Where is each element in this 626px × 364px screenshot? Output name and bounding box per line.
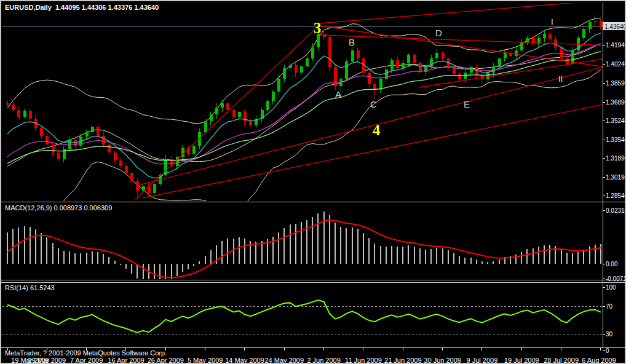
rsi-pane[interactable]: 10070300 bbox=[2, 284, 616, 354]
macd-histogram-bar bbox=[317, 213, 319, 264]
macd-histogram-bar bbox=[561, 250, 562, 264]
macd-histogram-bar bbox=[148, 264, 149, 285]
label-text: -0.00718 bbox=[606, 275, 626, 282]
macd-histogram-bar bbox=[244, 239, 245, 264]
label-text: 100 bbox=[606, 284, 616, 291]
macd-histogram-bar bbox=[476, 259, 477, 264]
candle-body bbox=[57, 152, 60, 159]
candle-body bbox=[232, 110, 236, 117]
trendline-object[interactable] bbox=[135, 26, 319, 199]
label-text: 1.38590 bbox=[606, 80, 626, 87]
wave-letter-label[interactable]: C bbox=[370, 99, 377, 109]
candle-body bbox=[560, 47, 563, 58]
wave-number-label[interactable]: 3 bbox=[314, 20, 322, 36]
candle-body bbox=[97, 127, 100, 136]
macd-histogram-bar bbox=[52, 243, 53, 264]
macd-histogram-bar bbox=[499, 259, 500, 264]
macd-histogram-bar bbox=[533, 248, 534, 264]
label-text: 1.41940 bbox=[606, 42, 626, 49]
candle-body bbox=[29, 111, 32, 119]
candle-body bbox=[390, 60, 394, 69]
macd-histogram-bar bbox=[30, 227, 31, 264]
label-text: 30 Jun 2009 bbox=[424, 357, 461, 364]
chart-canvas[interactable]: 34ABCDEIII1.436401.419401.402401.385901.… bbox=[1, 1, 626, 364]
candle-body bbox=[435, 53, 438, 58]
candle-body bbox=[543, 34, 546, 38]
macd-histogram-bar bbox=[295, 224, 296, 264]
candle-body bbox=[311, 47, 314, 58]
candle-body bbox=[582, 29, 585, 38]
label-text: 29 Mar 2009 bbox=[28, 357, 66, 364]
macd-histogram-bar bbox=[453, 253, 454, 264]
macd-histogram-bar bbox=[35, 229, 36, 264]
wave-letter-label[interactable]: A bbox=[335, 89, 341, 100]
candle-body bbox=[368, 73, 371, 84]
macd-histogram-bar bbox=[442, 248, 443, 264]
candle-body bbox=[119, 160, 122, 166]
macd-histogram-bar bbox=[69, 251, 70, 264]
trendline-object[interactable] bbox=[320, 26, 626, 70]
label-text: 1.31890 bbox=[606, 155, 626, 162]
macd-pane[interactable]: 0.023180.00-0.00718 bbox=[7, 207, 626, 286]
label-text: 14 May 2009 bbox=[225, 357, 264, 364]
label-text: 1.33540 bbox=[606, 136, 626, 143]
label-text: 5 May 2009 bbox=[188, 357, 223, 364]
macd-indicator-label: MACD(12,26,9) 0.008973 0.006309 bbox=[5, 204, 112, 212]
macd-histogram-bar bbox=[549, 245, 550, 264]
wave-number-label[interactable]: 4 bbox=[373, 122, 381, 138]
macd-histogram-bar bbox=[493, 261, 494, 264]
candle-body bbox=[249, 121, 252, 125]
rsi-indicator-label: RSI(14) 61.5243 bbox=[5, 284, 55, 291]
label-text: 11 Jun 2009 bbox=[345, 357, 382, 364]
wave-letter-label[interactable]: D bbox=[435, 28, 442, 38]
macd-histogram-bar bbox=[261, 241, 263, 264]
macd-histogram-bar bbox=[414, 247, 415, 264]
macd-histogram-bar bbox=[312, 217, 313, 264]
trendlines[interactable] bbox=[135, 1, 626, 199]
macd-histogram-bar bbox=[521, 252, 522, 264]
symbol-title: EURUSD,Daily 1.44095 1.44306 1.43376 1.4… bbox=[5, 4, 159, 11]
label-text: 21 Jun 2009 bbox=[384, 357, 422, 364]
macd-histogram-bar bbox=[210, 250, 212, 264]
candle-body bbox=[334, 67, 337, 86]
label-text: 1.36890 bbox=[606, 99, 626, 106]
price-scale[interactable]: 1.436401.419401.402401.385901.368901.352… bbox=[603, 22, 626, 199]
macd-histogram-bar bbox=[577, 252, 579, 264]
wave-letter-label[interactable]: E bbox=[464, 99, 470, 109]
trendline-object[interactable] bbox=[320, 35, 626, 46]
wave-letter-label[interactable]: B bbox=[349, 37, 355, 47]
candle-body bbox=[238, 112, 241, 116]
candle-body bbox=[379, 79, 382, 90]
macd-histogram-bar bbox=[24, 226, 25, 264]
candle-body bbox=[526, 38, 529, 42]
label-text: 26 Apr 2009 bbox=[148, 357, 184, 364]
macd-histogram-bar bbox=[12, 229, 14, 264]
candle-body bbox=[85, 132, 89, 136]
macd-histogram-bar bbox=[397, 247, 398, 264]
trendline-object[interactable] bbox=[143, 100, 626, 198]
macd-histogram-bar bbox=[114, 261, 116, 264]
macd-histogram-bar bbox=[352, 228, 353, 264]
candle-body bbox=[289, 65, 292, 68]
candle-body bbox=[17, 110, 20, 117]
candle-body bbox=[215, 108, 218, 114]
macd-histogram-bar bbox=[335, 223, 336, 264]
roman-numeral-label[interactable]: II bbox=[558, 74, 563, 84]
label-text: 16 Apr 2009 bbox=[108, 357, 144, 364]
roman-numeral-label[interactable]: I bbox=[551, 17, 553, 26]
candle-body bbox=[588, 22, 592, 29]
candle-body bbox=[470, 67, 473, 73]
macd-histogram-bar bbox=[74, 253, 76, 264]
trendline-object[interactable] bbox=[320, 1, 607, 23]
label-text: 0 bbox=[606, 347, 609, 354]
label-text: 24 May 2009 bbox=[265, 357, 304, 364]
trendline-object[interactable] bbox=[419, 55, 626, 87]
macd-histogram-bar bbox=[290, 224, 291, 264]
candle-body bbox=[373, 84, 376, 90]
label-text: 1.43640 bbox=[604, 23, 626, 30]
macd-histogram-bar bbox=[143, 264, 144, 282]
candle-body bbox=[266, 101, 269, 110]
macd-histogram-bar bbox=[391, 246, 392, 264]
macd-histogram-bar bbox=[323, 212, 325, 264]
candle-body bbox=[492, 66, 495, 73]
